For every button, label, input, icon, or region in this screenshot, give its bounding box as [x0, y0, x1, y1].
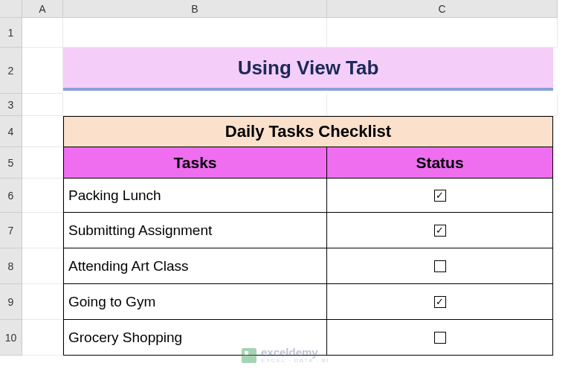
cell-C1[interactable]	[327, 18, 558, 48]
task-status[interactable]: ✓	[327, 284, 553, 320]
checkbox-icon[interactable]: ✓	[434, 190, 446, 202]
row-header-9[interactable]: 9	[0, 284, 22, 320]
task-name[interactable]: Submitting Assignment	[63, 213, 327, 248]
cell-A6[interactable]	[22, 179, 63, 213]
cell-A3[interactable]	[22, 94, 63, 116]
cell-A2[interactable]	[22, 48, 63, 94]
checkbox-icon[interactable]	[434, 332, 446, 344]
column-header-status: Status	[327, 147, 553, 179]
section-header: Daily Tasks Checklist	[63, 116, 553, 147]
col-header-B[interactable]: B	[63, 0, 327, 18]
task-status[interactable]	[327, 248, 553, 284]
checkbox-icon[interactable]: ✓	[434, 225, 446, 237]
cell-A4[interactable]	[22, 116, 63, 147]
row-header-6[interactable]: 6	[0, 179, 22, 213]
row-header-4[interactable]: 4	[0, 116, 22, 147]
cell-A8[interactable]	[22, 248, 63, 284]
task-status[interactable]: ✓	[327, 179, 553, 213]
col-header-C[interactable]: C	[327, 0, 558, 18]
spreadsheet-grid: A B C 1 2 Using View Tab 3 4 Daily Tasks…	[0, 0, 571, 392]
select-all-corner[interactable]	[0, 0, 22, 18]
cell-A10[interactable]	[22, 320, 63, 356]
task-name[interactable]: Grocery Shopping	[63, 320, 327, 356]
row-header-10[interactable]: 10	[0, 320, 22, 356]
row-header-1[interactable]: 1	[0, 18, 22, 48]
col-header-A[interactable]: A	[22, 0, 63, 18]
cell-C3[interactable]	[327, 94, 558, 116]
row-header-8[interactable]: 8	[0, 248, 22, 284]
row-header-5[interactable]: 5	[0, 147, 22, 179]
checkbox-icon[interactable]	[434, 260, 446, 272]
cell-A9[interactable]	[22, 284, 63, 320]
cell-A1[interactable]	[22, 18, 63, 48]
cell-B3[interactable]	[63, 94, 327, 116]
task-status[interactable]	[327, 320, 553, 356]
task-name[interactable]: Packing Lunch	[63, 179, 327, 213]
row-header-2[interactable]: 2	[0, 48, 22, 94]
cell-A5[interactable]	[22, 147, 63, 179]
column-header-tasks: Tasks	[63, 147, 327, 179]
page-title: Using View Tab	[63, 48, 553, 91]
task-name[interactable]: Going to Gym	[63, 284, 327, 320]
cell-A7[interactable]	[22, 213, 63, 248]
checkbox-icon[interactable]: ✓	[434, 296, 446, 308]
row-header-3[interactable]: 3	[0, 94, 22, 116]
task-status[interactable]: ✓	[327, 213, 553, 248]
cell-B1[interactable]	[63, 18, 327, 48]
task-name[interactable]: Attending Art Class	[63, 248, 327, 284]
row-header-7[interactable]: 7	[0, 213, 22, 248]
